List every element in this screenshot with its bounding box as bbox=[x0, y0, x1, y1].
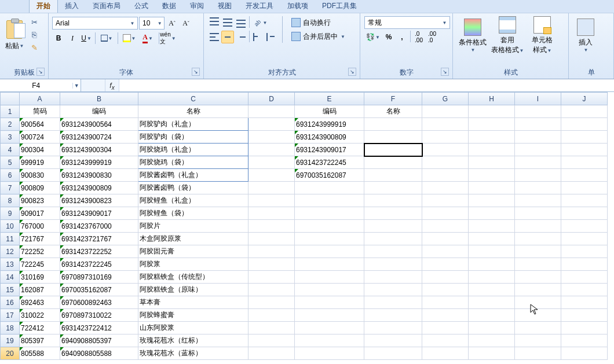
cell-A17[interactable]: 310022 bbox=[20, 309, 60, 322]
cell-E16[interactable] bbox=[295, 296, 364, 309]
cell-A1[interactable]: 简码 bbox=[20, 105, 60, 118]
cell-H14[interactable] bbox=[469, 271, 515, 284]
tab-view[interactable]: 视图 bbox=[211, 0, 239, 13]
tab-review[interactable]: 审阅 bbox=[183, 0, 211, 13]
cell-H12[interactable] bbox=[469, 245, 515, 258]
col-header-G[interactable]: G bbox=[422, 93, 469, 105]
cell-F2[interactable] bbox=[364, 118, 422, 131]
cell-J6[interactable] bbox=[561, 169, 608, 182]
cell-H4[interactable] bbox=[469, 144, 515, 156]
row-header-4[interactable]: 4 bbox=[1, 144, 20, 156]
cell-H1[interactable] bbox=[469, 105, 515, 118]
cell-I1[interactable] bbox=[515, 105, 561, 118]
cell-H16[interactable] bbox=[469, 296, 515, 309]
row-header-17[interactable]: 17 bbox=[1, 309, 20, 322]
cell-D10[interactable] bbox=[248, 220, 295, 233]
cell-D11[interactable] bbox=[248, 233, 295, 245]
cell-G12[interactable] bbox=[422, 245, 469, 258]
cell-B19[interactable]: 6940908805397 bbox=[60, 334, 138, 347]
cell-C17[interactable]: 阿胶蜂蜜膏 bbox=[138, 309, 248, 322]
cell-F3[interactable] bbox=[364, 131, 422, 144]
cell-D19[interactable] bbox=[248, 334, 295, 347]
row-header-16[interactable]: 16 bbox=[1, 296, 20, 309]
row-header-20[interactable]: 20 bbox=[1, 347, 20, 360]
font-name-combo[interactable]: ▼ bbox=[52, 17, 138, 30]
cell-C5[interactable]: 阿胶烧鸡（袋） bbox=[138, 156, 248, 169]
cell-B1[interactable]: 编码 bbox=[60, 105, 138, 118]
cell-J17[interactable] bbox=[561, 309, 608, 322]
col-header-B[interactable]: B bbox=[60, 93, 138, 105]
cell-D4[interactable] bbox=[248, 144, 295, 156]
cell-F16[interactable] bbox=[364, 296, 422, 309]
cell-H8[interactable] bbox=[469, 194, 515, 207]
cell-A2[interactable]: 900564 bbox=[20, 118, 60, 131]
italic-button[interactable]: I bbox=[66, 32, 79, 45]
row-header-1[interactable]: 1 bbox=[1, 105, 20, 118]
cell-A13[interactable]: 722245 bbox=[20, 258, 60, 271]
col-header-H[interactable]: H bbox=[469, 93, 515, 105]
cell-F15[interactable] bbox=[364, 284, 422, 296]
cell-E17[interactable] bbox=[295, 309, 364, 322]
cell-D15[interactable] bbox=[248, 284, 295, 296]
formula-input[interactable] bbox=[119, 79, 614, 91]
cell-C19[interactable]: 玫瑰花苞水（红标） bbox=[138, 334, 248, 347]
align-top-button[interactable] bbox=[208, 16, 221, 29]
cell-C3[interactable]: 阿胶驴肉（袋） bbox=[138, 131, 248, 144]
cell-D2[interactable] bbox=[248, 118, 295, 131]
cell-J16[interactable] bbox=[561, 296, 608, 309]
cell-B7[interactable]: 6931243900809 bbox=[60, 182, 138, 194]
cell-J3[interactable] bbox=[561, 131, 608, 144]
cell-E10[interactable] bbox=[295, 220, 364, 233]
cell-I6[interactable] bbox=[515, 169, 561, 182]
cell-E7[interactable] bbox=[295, 182, 364, 194]
cell-G14[interactable] bbox=[422, 271, 469, 284]
cell-E9[interactable] bbox=[295, 207, 364, 220]
chevron-down-icon[interactable]: ▼ bbox=[72, 83, 81, 89]
cell-J9[interactable] bbox=[561, 207, 608, 220]
percent-button[interactable]: % bbox=[382, 31, 395, 43]
cell-F6[interactable] bbox=[364, 169, 422, 182]
underline-button[interactable]: U▼ bbox=[80, 32, 93, 45]
cell-E19[interactable] bbox=[295, 334, 364, 347]
cell-C1[interactable]: 名称 bbox=[138, 105, 248, 118]
row-header-14[interactable]: 14 bbox=[1, 271, 20, 284]
cell-B6[interactable]: 6931243900830 bbox=[60, 169, 138, 182]
cell-G7[interactable] bbox=[422, 182, 469, 194]
cell-A16[interactable]: 892463 bbox=[20, 296, 60, 309]
cell-G8[interactable] bbox=[422, 194, 469, 207]
tab-formulas[interactable]: 公式 bbox=[127, 0, 155, 13]
cell-G6[interactable] bbox=[422, 169, 469, 182]
cell-G16[interactable] bbox=[422, 296, 469, 309]
cell-G20[interactable] bbox=[422, 347, 469, 360]
spreadsheet-grid[interactable]: ABCDEFGHIJ1简码编码名称编码名称2900564693124390056… bbox=[0, 92, 608, 360]
row-header-13[interactable]: 13 bbox=[1, 258, 20, 271]
cell-H11[interactable] bbox=[469, 233, 515, 245]
decrease-font-button[interactable]: Aˇ bbox=[180, 17, 192, 30]
cell-G5[interactable] bbox=[422, 156, 469, 169]
col-header-D[interactable]: D bbox=[248, 93, 295, 105]
tab-home[interactable]: 开始 bbox=[29, 0, 58, 13]
row-header-5[interactable]: 5 bbox=[1, 156, 20, 169]
cell-G18[interactable] bbox=[422, 322, 469, 334]
increase-indent-button[interactable] bbox=[265, 31, 277, 43]
cut-button[interactable] bbox=[28, 16, 41, 28]
cell-I16[interactable] bbox=[515, 296, 561, 309]
cell-E1[interactable]: 编码 bbox=[295, 105, 364, 118]
bold-button[interactable]: B bbox=[52, 32, 65, 45]
cell-D18[interactable] bbox=[248, 322, 295, 334]
cell-F8[interactable] bbox=[364, 194, 422, 207]
row-header-18[interactable]: 18 bbox=[1, 322, 20, 334]
cell-E4[interactable]: 6931243909017 bbox=[295, 144, 364, 156]
cell-F13[interactable] bbox=[364, 258, 422, 271]
cell-D20[interactable] bbox=[248, 347, 295, 360]
cell-G9[interactable] bbox=[422, 207, 469, 220]
align-left-button[interactable] bbox=[208, 31, 221, 43]
cell-C11[interactable]: 木盒阿胶原浆 bbox=[138, 233, 248, 245]
cell-I17[interactable] bbox=[515, 309, 561, 322]
cell-B14[interactable]: 6970897310169 bbox=[60, 271, 138, 284]
cell-C16[interactable]: 草本膏 bbox=[138, 296, 248, 309]
cancel-formula-button[interactable] bbox=[81, 79, 105, 91]
cell-I15[interactable] bbox=[515, 284, 561, 296]
cell-F12[interactable] bbox=[364, 245, 422, 258]
chevron-down-icon[interactable]: ▼ bbox=[129, 21, 136, 26]
